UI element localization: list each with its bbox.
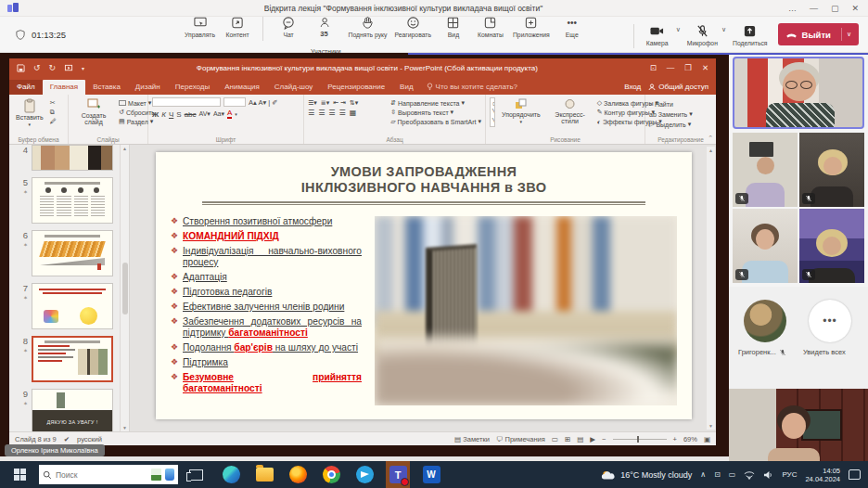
line-spacing-button[interactable]: ⇅▾ (350, 99, 358, 107)
participant-tile[interactable] (799, 209, 864, 283)
participant-avatar[interactable] (744, 300, 786, 342)
slide-4-thumbnail[interactable] (32, 145, 113, 171)
task-view-button[interactable] (189, 469, 203, 481)
see-all-label[interactable]: Увидеть всех (803, 348, 846, 356)
format-painter-icon[interactable]: 🖉 (50, 118, 57, 124)
apps-button[interactable]: Приложения (510, 14, 553, 39)
change-case-button[interactable]: Aa▾ (213, 110, 224, 118)
bullets-button[interactable]: ☰▾ (308, 99, 317, 107)
current-slide[interactable]: УМОВИ ЗАПРОВАДЖЕННЯ ІНКЛЮЗИВНОГО НАВЧАНН… (156, 152, 692, 419)
zoom-in-button[interactable]: + (673, 435, 677, 443)
react-button[interactable]: Реагировать (392, 14, 434, 39)
align-left-button[interactable]: ☰ (308, 109, 314, 117)
taskbar-search-box[interactable] (39, 465, 178, 484)
font-color-button[interactable]: А (227, 109, 232, 119)
tab-transitions[interactable]: Переходы (168, 80, 218, 95)
numbering-button[interactable]: ≣▾ (321, 99, 329, 107)
window-close-button[interactable]: ✕ (851, 4, 859, 13)
scrollbar-thumb[interactable] (122, 263, 128, 315)
word-taskbar-icon[interactable]: W (419, 461, 443, 488)
teams-taskbar-icon-active[interactable]: T (386, 461, 410, 488)
more-button[interactable]: ••• Еще (555, 14, 590, 39)
slide-8-thumbnail-selected[interactable] (32, 336, 113, 382)
slide-7-thumbnail[interactable] (32, 283, 113, 329)
align-center-button[interactable]: ☰ (318, 109, 325, 117)
share-workbook-button[interactable]: Общий доступ (648, 83, 708, 91)
scroll-up-arrow[interactable]: ▲ (708, 148, 713, 153)
participant-tile[interactable] (733, 209, 798, 283)
text-direction-button[interactable]: ⇵ Направление текста ▾ (390, 99, 481, 107)
search-input[interactable] (56, 470, 147, 480)
tab-review[interactable]: Рецензирование (320, 80, 392, 95)
language-indicator[interactable]: РУС (782, 470, 797, 479)
tray-expand-chevron[interactable]: ∧ (700, 470, 706, 479)
bold-button[interactable]: Ж (152, 110, 159, 119)
camera-button[interactable]: Камера (640, 22, 675, 47)
find-button[interactable]: ⌕ Найти (649, 100, 693, 108)
chrome-taskbar-icon[interactable] (319, 461, 343, 488)
notes-button[interactable]: ▤ Заметки (454, 435, 490, 443)
share-screen-button[interactable]: Поделиться (730, 22, 771, 47)
chat-button[interactable]: Чат (271, 14, 306, 39)
participant-tile[interactable] (729, 389, 868, 461)
speaker-icon[interactable] (763, 470, 773, 480)
collapse-ribbon-chevron[interactable]: ⌃ (708, 135, 713, 142)
ppt-minimize-button[interactable]: — (667, 63, 675, 72)
justify-button[interactable]: ☰ (339, 109, 346, 117)
tab-design[interactable]: Дизайн (128, 80, 168, 95)
taskbar-clock[interactable]: 14:05 24.04.2024 (805, 467, 840, 483)
tray-app-icon[interactable]: ⊡ (714, 470, 721, 479)
cut-icon[interactable]: ✂ (50, 99, 57, 107)
tab-insert[interactable]: Вставка (85, 80, 128, 95)
slide-9-thumbnail[interactable]: ДЯКУЮ ЗА УВАГУ ! (32, 389, 113, 431)
copy-icon[interactable]: ⧉ (50, 109, 57, 116)
thumbnails-scrollbar[interactable]: ▲ ▼ (120, 145, 129, 431)
scroll-down-arrow[interactable]: ▼ (122, 425, 127, 430)
active-speaker-tile[interactable] (733, 57, 864, 129)
window-minimize-button[interactable]: — (810, 4, 818, 13)
explorer-taskbar-icon[interactable] (252, 461, 276, 488)
edge-taskbar-icon[interactable] (219, 461, 243, 488)
rooms-button[interactable]: Комнаты (473, 14, 508, 39)
undo-icon[interactable]: ↺ (33, 63, 41, 72)
participants-button[interactable]: 35 Участники (308, 14, 343, 56)
telegram-taskbar-icon[interactable] (352, 461, 377, 488)
replace-button[interactable]: ab Заменить ▾ (649, 110, 693, 118)
camera-options-chevron[interactable]: ∨ (676, 26, 681, 33)
mic-options-chevron[interactable]: ∨ (721, 26, 726, 33)
strikethrough-button[interactable]: abc (185, 110, 197, 119)
zoom-slider-thumb[interactable] (637, 436, 639, 443)
shadow-button[interactable]: S (176, 110, 181, 119)
ribbon-display-options-icon[interactable]: ⊡ (650, 63, 657, 72)
scroll-down-arrow[interactable]: ▼ (708, 423, 713, 429)
paste-button[interactable]: Вставить▾ (13, 97, 46, 135)
select-button[interactable]: ▷ Выделить ▾ (649, 121, 693, 128)
view-slideshow-button[interactable]: ▶ (590, 435, 595, 443)
scroll-up-arrow[interactable]: ▲ (122, 146, 127, 151)
new-slide-button[interactable]: Создать слайд (72, 97, 115, 135)
indent-buttons[interactable]: ⇤ ⇥ (333, 99, 346, 107)
tab-home[interactable]: Главная (43, 80, 85, 95)
char-spacing-button[interactable]: AV▾ (199, 110, 211, 118)
fit-to-window-icon[interactable]: ▣ (704, 435, 710, 443)
mic-button[interactable]: Микрофон (684, 22, 721, 47)
firefox-taskbar-icon[interactable] (286, 461, 310, 488)
tab-slideshow[interactable]: Слайд-шоу (267, 80, 320, 95)
slideshow-icon[interactable] (64, 64, 73, 72)
view-normal-button[interactable]: ▭ (552, 435, 558, 443)
save-icon[interactable] (17, 64, 25, 72)
font-size-box[interactable] (223, 97, 246, 107)
slide-scrollbar[interactable]: ▲ ▼ (707, 147, 715, 430)
font-name-box[interactable] (152, 97, 221, 107)
comments-button[interactable]: 🗩 Примечания (496, 435, 545, 443)
columns-button[interactable]: ▦ (350, 109, 357, 117)
slide-6-thumbnail[interactable] (32, 230, 113, 276)
tab-file[interactable]: Файл (9, 80, 43, 95)
start-button[interactable] (0, 461, 39, 488)
zoom-level[interactable]: 69% (683, 435, 697, 443)
align-right-button[interactable]: ☰ (328, 109, 335, 117)
tab-view[interactable]: Вид (392, 80, 420, 95)
quick-styles-button[interactable]: Экспресс-стили (547, 97, 594, 135)
wifi-icon[interactable] (744, 470, 755, 480)
window-maximize-button[interactable]: ▢ (831, 4, 839, 13)
